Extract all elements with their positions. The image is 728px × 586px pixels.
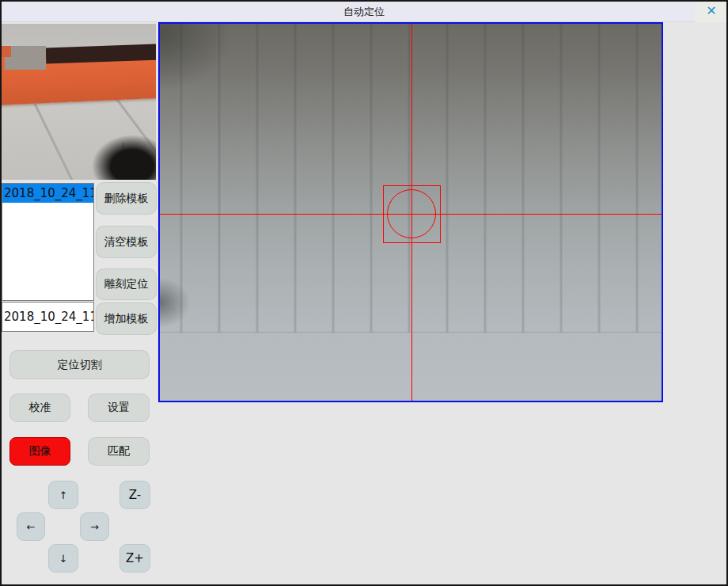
template-name-input[interactable]: [2, 302, 94, 332]
window-title: 自动定位: [0, 5, 728, 19]
position-cut-button[interactable]: 定位切割: [9, 350, 150, 379]
auto-position-dialog: 自动定位 ✕ 2018_10_24_11 删除模板 清空模板 雕刻定位 增加模板…: [0, 0, 728, 586]
jog-right-button[interactable]: →: [80, 512, 109, 541]
jog-z-minus-button[interactable]: Z-: [119, 481, 150, 509]
match-button[interactable]: 匹配: [88, 437, 150, 466]
close-icon: ✕: [706, 3, 716, 18]
image-button[interactable]: 图像: [9, 437, 70, 466]
jog-down-button[interactable]: ↓: [48, 544, 78, 573]
engrave-position-button[interactable]: 雕刻定位: [96, 268, 157, 300]
template-list[interactable]: 2018_10_24_11: [2, 183, 94, 301]
clear-templates-button[interactable]: 清空模板: [96, 226, 157, 258]
jog-left-button[interactable]: ←: [17, 512, 45, 541]
close-button[interactable]: ✕: [695, 0, 728, 22]
camera-view[interactable]: [158, 22, 663, 402]
match-region-circle: [387, 189, 436, 238]
down-arrow-icon: ↓: [59, 553, 68, 565]
delete-template-button[interactable]: 删除模板: [96, 182, 157, 215]
calibrate-button[interactable]: 校准: [9, 394, 70, 422]
titlebar: 自动定位 ✕: [0, 0, 728, 22]
settings-button[interactable]: 设置: [88, 394, 150, 422]
jog-up-button[interactable]: ↑: [48, 481, 78, 509]
preview-dark-blob: [93, 135, 156, 180]
add-template-button[interactable]: 增加模板: [96, 303, 157, 335]
up-arrow-icon: ↑: [59, 489, 68, 501]
left-arrow-icon: ←: [27, 521, 36, 533]
template-list-item[interactable]: 2018_10_24_11: [2, 184, 93, 203]
jog-z-plus-button[interactable]: Z+: [119, 544, 150, 573]
preview-orange-corner: [2, 46, 11, 57]
template-preview-image: [2, 24, 156, 180]
right-arrow-icon: →: [90, 521, 99, 533]
